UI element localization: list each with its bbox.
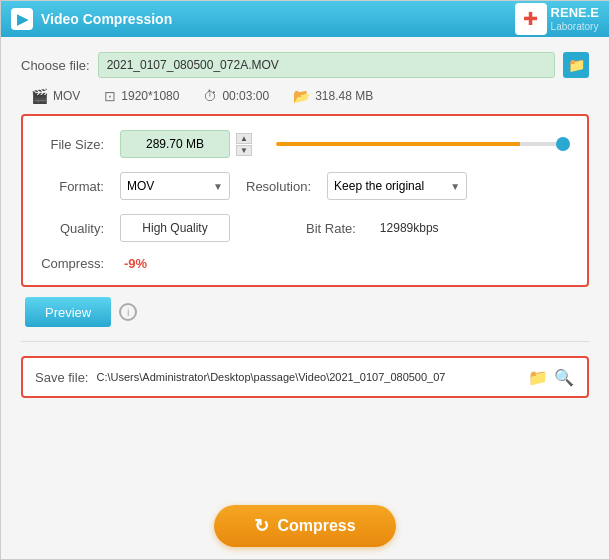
resolution-chevron-icon: ▼ — [450, 181, 460, 192]
compress-value: -9% — [124, 256, 147, 271]
title-bar: ▶ Video Compression ✚ RENE.E Laboratory — [1, 1, 609, 37]
file-info-row: 🎬 MOV ⊡ 1920*1080 ⏱ 00:03:00 📂 318.48 MB — [21, 88, 589, 104]
quality-value-display: High Quality — [120, 214, 230, 242]
rene-logo: ✚ RENE.E Laboratory — [515, 3, 599, 35]
save-folder-icon[interactable]: 📁 — [527, 366, 549, 388]
file-format-info: 🎬 MOV — [31, 88, 80, 104]
file-size-input[interactable] — [120, 130, 230, 158]
file-path-display: 2021_0107_080500_072A.MOV — [98, 52, 555, 78]
info-icon[interactable]: i — [119, 303, 137, 321]
format-select[interactable]: MOV ▼ — [120, 172, 230, 200]
preview-button[interactable]: Preview — [25, 297, 111, 327]
rene-logo-icon: ✚ — [515, 3, 547, 35]
save-icons: 📁 🔍 — [527, 366, 575, 388]
bitrate-value: 12989kbps — [380, 221, 439, 235]
compress-button-label: Compress — [277, 517, 355, 535]
file-duration-info: ⏱ 00:03:00 — [203, 88, 269, 104]
main-window: ▶ Video Compression ✚ RENE.E Laboratory … — [0, 0, 610, 560]
size-slider-container — [268, 142, 571, 146]
size-slider-thumb[interactable] — [556, 137, 570, 151]
search-icon[interactable]: 🔍 — [553, 366, 575, 388]
folder-info-icon: 📂 — [293, 88, 310, 104]
compress-button-icon: ↻ — [254, 515, 269, 537]
format-chevron-icon: ▼ — [213, 181, 223, 192]
size-slider-track[interactable] — [276, 142, 563, 146]
file-size-row: File Size: ▲ ▼ — [39, 130, 571, 158]
file-size-label: File Size: — [39, 137, 104, 152]
save-file-label: Save file: — [35, 370, 88, 385]
app-icon: ▶ — [11, 8, 33, 30]
compress-button[interactable]: ↻ Compress — [214, 505, 395, 547]
main-content: Choose file: 2021_0107_080500_072A.MOV 📁… — [1, 37, 609, 493]
bitrate-label: Bit Rate: — [306, 221, 356, 236]
divider — [21, 341, 589, 342]
choose-file-folder-button[interactable]: 📁 — [563, 52, 589, 78]
choose-file-label: Choose file: — [21, 58, 90, 73]
file-size-info: 📂 318.48 MB — [293, 88, 373, 104]
quality-label: Quality: — [39, 221, 104, 236]
clock-icon: ⏱ — [203, 88, 217, 104]
bottom-bar: ↻ Compress — [1, 493, 609, 559]
film-icon: 🎬 — [31, 88, 48, 104]
compress-label: Compress: — [39, 256, 104, 271]
app-title: Video Compression — [41, 11, 507, 27]
format-row: Format: MOV ▼ Resolution: Keep the origi… — [39, 172, 571, 200]
compress-row: Compress: -9% — [39, 256, 571, 271]
file-size-control: ▲ ▼ — [120, 130, 252, 158]
file-resolution-info: ⊡ 1920*1080 — [104, 88, 179, 104]
resolution-select[interactable]: Keep the original ▼ — [327, 172, 467, 200]
rene-logo-text: RENE.E Laboratory — [551, 6, 599, 31]
settings-panel: File Size: ▲ ▼ Format: — [21, 114, 589, 287]
preview-row: Preview i — [21, 297, 589, 327]
quality-row: Quality: High Quality Bit Rate: 12989kbp… — [39, 214, 571, 242]
resolution-label: Resolution: — [246, 179, 311, 194]
format-label: Format: — [39, 179, 104, 194]
spinner-up-button[interactable]: ▲ — [236, 133, 252, 144]
resolution-icon: ⊡ — [104, 88, 116, 104]
spinner-down-button[interactable]: ▼ — [236, 145, 252, 156]
spinner-buttons: ▲ ▼ — [236, 133, 252, 156]
save-file-row: Save file: 📁 🔍 — [21, 356, 589, 398]
save-path-input[interactable] — [96, 371, 519, 383]
choose-file-row: Choose file: 2021_0107_080500_072A.MOV 📁 — [21, 52, 589, 78]
